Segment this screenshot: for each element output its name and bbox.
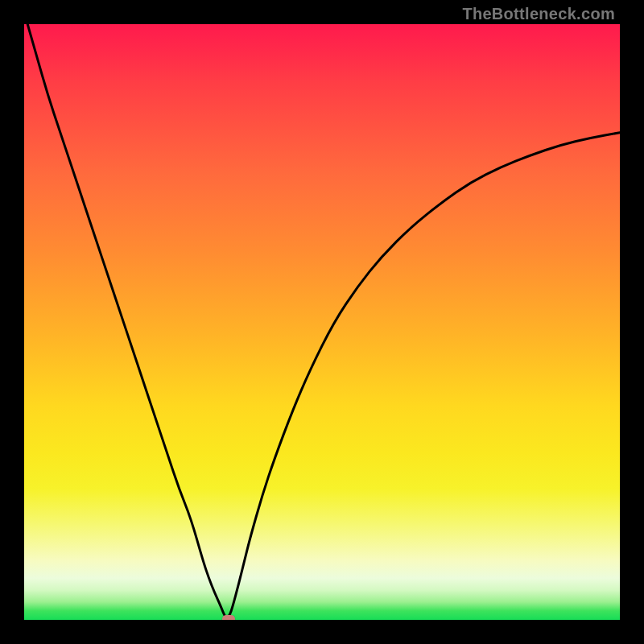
plot-area [24, 24, 620, 620]
curve-minimum-marker [222, 615, 235, 620]
curve-path [24, 24, 620, 617]
bottleneck-curve [24, 24, 620, 620]
chart-frame: TheBottleneck.com [0, 0, 644, 644]
watermark-text: TheBottleneck.com [462, 5, 615, 23]
